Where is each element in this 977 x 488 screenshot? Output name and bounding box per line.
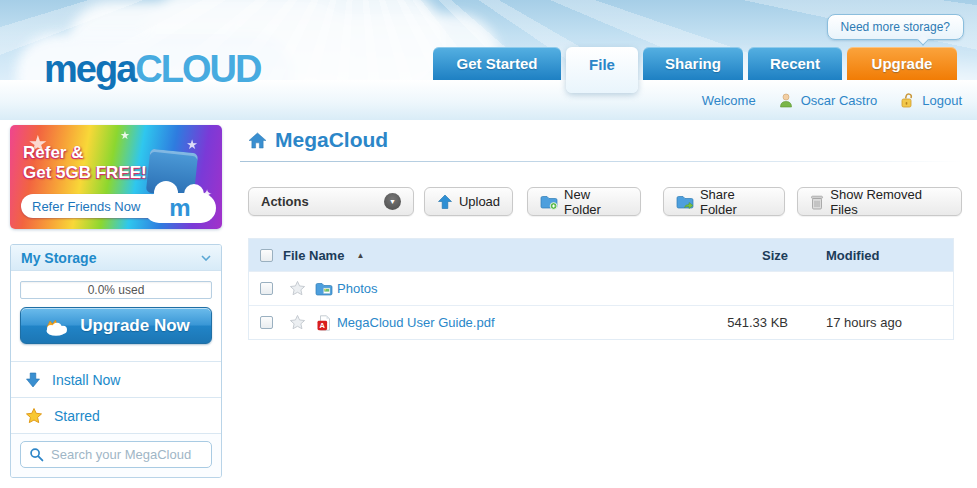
promo-line1: Refer & — [23, 143, 83, 163]
main-content: MegaCloud Actions ▼ Upload — [240, 125, 962, 340]
search-icon — [29, 447, 44, 462]
sidebar-item-starred[interactable]: Starred — [11, 397, 221, 433]
toolbar: Actions ▼ Upload — [240, 187, 962, 216]
upload-arrow-icon — [437, 194, 453, 210]
row-star-cell — [283, 280, 311, 297]
sidebar-item-install-now[interactable]: Install Now — [11, 361, 221, 397]
file-modified-cell: 17 hours ago — [788, 315, 953, 330]
search-input[interactable] — [51, 447, 222, 462]
file-link[interactable]: Photos — [337, 281, 377, 296]
star-toggle-icon[interactable] — [289, 314, 306, 331]
user-avatar-icon — [778, 92, 794, 108]
file-table: File Name ▲ Size Modified — [248, 238, 954, 340]
star-decoration: ★ — [120, 129, 130, 142]
megacloud-app: megaCLOUD Need more storage? Get Started… — [0, 0, 977, 488]
upload-label: Upload — [459, 194, 500, 209]
photos-folder-icon — [311, 281, 337, 297]
search-box[interactable] — [20, 441, 212, 468]
breadcrumb: MegaCloud — [240, 125, 962, 155]
storage-usage-bar: 0.0% used — [20, 281, 212, 299]
tab-upgrade[interactable]: Upgrade — [847, 47, 957, 80]
size-header-label: Size — [762, 248, 788, 263]
need-more-storage-tooltip[interactable]: Need more storage? — [827, 14, 964, 40]
welcome-label: Welcome — [702, 93, 756, 108]
my-storage-panel: My Storage 0.0% used — [10, 244, 222, 478]
row-checkbox-cell — [249, 282, 283, 295]
row-star-cell — [283, 314, 311, 331]
unlock-icon — [899, 92, 915, 108]
tooltip-text: Need more storage? — [841, 20, 950, 34]
referral-promo-banner[interactable]: ★ ★ ★ ✦ ✦ Refer & Get 5GB FREE! Refer Fr… — [10, 125, 222, 229]
main-nav-tabs: Get Started File Sharing Recent Upgrade — [433, 47, 957, 80]
logout-link[interactable]: Logout — [922, 93, 962, 108]
promo-cloud-letter: m — [169, 197, 190, 219]
row-checkbox[interactable] — [260, 282, 273, 295]
star-decoration: ★ — [186, 137, 198, 152]
chevron-down-icon — [201, 255, 211, 261]
new-folder-label: New Folder — [564, 187, 628, 217]
table-row-user-guide[interactable]: A MegaCloud User Guide.pdf 541.33 KB 17 … — [249, 305, 953, 339]
refer-friends-label: Refer Friends Now — [32, 199, 140, 214]
sidebar-search-section — [11, 433, 221, 477]
starred-label: Starred — [54, 408, 100, 424]
tab-get-started[interactable]: Get Started — [433, 47, 561, 80]
refer-friends-button[interactable]: Refer Friends Now › — [21, 194, 163, 218]
table-row-photos[interactable]: Photos — [249, 271, 953, 305]
size-column-header[interactable]: Size — [678, 248, 788, 263]
header-checkbox-cell — [249, 249, 283, 262]
divider — [240, 161, 962, 162]
file-name-cell: Photos — [337, 281, 678, 296]
install-now-label: Install Now — [52, 372, 120, 388]
promo-cloud-logo: m — [144, 193, 216, 223]
row-checkbox[interactable] — [260, 316, 273, 329]
spacer — [11, 344, 221, 361]
tab-sharing[interactable]: Sharing — [643, 47, 743, 80]
file-table-header: File Name ▲ Size Modified — [249, 239, 953, 271]
modified-column-header[interactable]: Modified — [788, 248, 953, 263]
gold-star-icon — [25, 407, 43, 425]
cloud-crown-icon — [42, 316, 72, 336]
pdf-file-icon: A — [311, 315, 337, 331]
logo-text-cloud: CLOUD — [135, 48, 260, 90]
dropdown-chevron-icon: ▼ — [384, 193, 401, 210]
trash-icon — [810, 194, 824, 210]
show-removed-files-button[interactable]: Show Removed Files — [797, 187, 962, 216]
my-storage-title: My Storage — [21, 250, 96, 266]
page-title: MegaCloud — [275, 128, 388, 152]
select-all-checkbox[interactable] — [260, 249, 273, 262]
file-name-header-label: File Name — [283, 248, 344, 263]
promo-line2: Get 5GB FREE! — [23, 163, 147, 183]
storage-usage-label: 0.0% used — [88, 283, 145, 297]
new-folder-icon — [540, 194, 558, 210]
file-size-cell: 541.33 KB — [678, 315, 788, 330]
svg-text:A: A — [320, 321, 326, 330]
show-removed-files-label: Show Removed Files — [830, 187, 949, 217]
megacloud-logo: megaCLOUD — [44, 48, 260, 91]
logo-text-mega: mega — [44, 48, 135, 90]
home-icon[interactable] — [248, 132, 267, 149]
file-link[interactable]: MegaCloud User Guide.pdf — [337, 315, 495, 330]
file-name-column-header[interactable]: File Name ▲ — [283, 248, 678, 263]
sidebar: ★ ★ ★ ✦ ✦ Refer & Get 5GB FREE! Refer Fr… — [10, 125, 222, 478]
actions-dropdown[interactable]: Actions ▼ — [248, 187, 414, 216]
new-folder-button[interactable]: New Folder — [527, 187, 641, 216]
download-arrow-icon — [25, 372, 41, 388]
star-toggle-icon[interactable] — [289, 280, 306, 297]
share-folder-label: Share Folder — [700, 187, 772, 217]
tab-recent[interactable]: Recent — [748, 47, 842, 80]
file-name-cell: MegaCloud User Guide.pdf — [337, 315, 678, 330]
share-folder-button[interactable]: Share Folder — [663, 187, 785, 216]
upgrade-now-label: Upgrade Now — [80, 316, 190, 336]
sort-ascending-icon: ▲ — [356, 251, 364, 260]
my-storage-header[interactable]: My Storage — [11, 245, 221, 271]
actions-label: Actions — [261, 194, 309, 209]
share-folder-icon — [676, 194, 694, 210]
modified-header-label: Modified — [826, 248, 879, 263]
upgrade-now-button[interactable]: Upgrade Now — [20, 307, 212, 344]
upload-button[interactable]: Upload — [424, 187, 513, 216]
username-link[interactable]: Oscar Castro — [801, 93, 878, 108]
tab-file[interactable]: File — [566, 47, 638, 93]
row-checkbox-cell — [249, 316, 283, 329]
